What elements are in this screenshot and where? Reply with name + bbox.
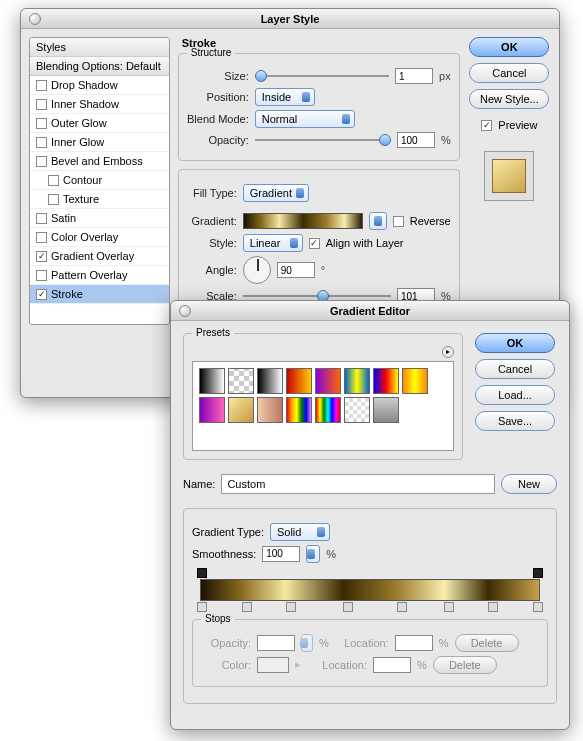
size-slider[interactable] xyxy=(255,69,389,83)
color-stop[interactable] xyxy=(533,602,543,612)
preset-swatch[interactable] xyxy=(228,368,254,394)
color-stop[interactable] xyxy=(488,602,498,612)
sidebar-item-inner-glow[interactable]: Inner Glow xyxy=(30,133,169,152)
filltype-label: Fill Type: xyxy=(187,187,237,199)
color-stop[interactable] xyxy=(286,602,296,612)
preset-swatch[interactable] xyxy=(257,397,283,423)
color-stop[interactable] xyxy=(343,602,353,612)
new-button[interactable]: New xyxy=(501,474,557,494)
filltype-select[interactable]: Gradient xyxy=(243,184,309,202)
opacity-input[interactable] xyxy=(397,132,435,148)
gradient-type-select[interactable]: Solid xyxy=(270,523,330,541)
presets-legend: Presets xyxy=(192,327,234,338)
styles-header[interactable]: Styles xyxy=(30,38,169,57)
preset-swatch[interactable] xyxy=(373,368,399,394)
structure-legend: Structure xyxy=(187,47,236,58)
preset-swatch[interactable] xyxy=(228,397,254,423)
sidebar-item-label: Texture xyxy=(63,193,99,205)
stop-color-swatch xyxy=(257,657,289,673)
sidebar-item-outer-glow[interactable]: Outer Glow xyxy=(30,114,169,133)
close-icon[interactable] xyxy=(29,13,41,25)
stop-opacity-label: Opacity: xyxy=(201,637,251,649)
preset-swatch[interactable] xyxy=(373,397,399,423)
delete-opacity-button: Delete xyxy=(455,634,519,652)
reverse-checkbox[interactable] xyxy=(393,216,404,227)
ok-button[interactable]: OK xyxy=(475,333,555,353)
cancel-button[interactable]: Cancel xyxy=(469,63,549,83)
sidebar-item-bevel-and-emboss[interactable]: Bevel and Emboss xyxy=(30,152,169,171)
sidebar-item-drop-shadow[interactable]: Drop Shadow xyxy=(30,76,169,95)
color-stop[interactable] xyxy=(444,602,454,612)
checkbox[interactable] xyxy=(36,289,47,300)
opacity-slider[interactable] xyxy=(255,133,391,147)
preset-swatch[interactable] xyxy=(315,368,341,394)
size-input[interactable] xyxy=(395,68,433,84)
checkbox[interactable] xyxy=(36,232,47,243)
gradient-settings-group: Gradient Type: Solid Smoothness: % xyxy=(183,508,557,704)
checkbox[interactable] xyxy=(48,175,59,186)
blendmode-select[interactable]: Normal xyxy=(255,110,355,128)
name-input[interactable] xyxy=(221,474,495,494)
blendmode-label: Blend Mode: xyxy=(187,113,249,125)
sidebar-item-stroke[interactable]: Stroke xyxy=(30,285,169,304)
checkbox[interactable] xyxy=(36,99,47,110)
preset-swatch[interactable] xyxy=(257,368,283,394)
checkbox[interactable] xyxy=(36,156,47,167)
angle-input[interactable] xyxy=(277,262,315,278)
angle-dial[interactable] xyxy=(243,256,271,284)
presets-flyout-icon[interactable]: ▸ xyxy=(442,346,454,358)
new-style-button[interactable]: New Style... xyxy=(469,89,549,109)
preset-swatch[interactable] xyxy=(199,368,225,394)
preset-swatch[interactable] xyxy=(344,397,370,423)
ok-button[interactable]: OK xyxy=(469,37,549,57)
preset-swatch[interactable] xyxy=(286,397,312,423)
color-stop[interactable] xyxy=(397,602,407,612)
gradient-swatch[interactable] xyxy=(243,213,363,229)
gradient-dropdown-icon[interactable] xyxy=(369,212,387,230)
gradient-bar[interactable] xyxy=(200,579,540,601)
smoothness-dropdown-icon[interactable] xyxy=(306,545,320,563)
sidebar-item-inner-shadow[interactable]: Inner Shadow xyxy=(30,95,169,114)
button-column: OK Cancel New Style... Preview xyxy=(468,37,551,325)
sidebar-item-gradient-overlay[interactable]: Gradient Overlay xyxy=(30,247,169,266)
preset-swatch[interactable] xyxy=(199,397,225,423)
preset-swatch[interactable] xyxy=(286,368,312,394)
sidebar-item-label: Bevel and Emboss xyxy=(51,155,143,167)
preset-swatch[interactable] xyxy=(315,397,341,423)
checkbox[interactable] xyxy=(36,118,47,129)
opacity-label: Opacity: xyxy=(187,134,249,146)
style-select[interactable]: Linear xyxy=(243,234,303,252)
checkbox[interactable] xyxy=(36,251,47,262)
checkbox[interactable] xyxy=(36,270,47,281)
sidebar-item-color-overlay[interactable]: Color Overlay xyxy=(30,228,169,247)
smoothness-input[interactable] xyxy=(262,546,300,562)
checkbox[interactable] xyxy=(36,213,47,224)
load-button[interactable]: Load... xyxy=(475,385,555,405)
preview-checkbox[interactable] xyxy=(481,120,492,131)
blending-options[interactable]: Blending Options: Default xyxy=(30,57,169,76)
close-icon[interactable] xyxy=(179,305,191,317)
align-checkbox[interactable] xyxy=(309,238,320,249)
position-select[interactable]: Inside xyxy=(255,88,315,106)
size-unit: px xyxy=(439,70,451,82)
stop-opacity-loc-unit: % xyxy=(439,637,449,649)
checkbox[interactable] xyxy=(48,194,59,205)
sidebar-item-contour[interactable]: Contour xyxy=(30,171,169,190)
stop-color-loc-input xyxy=(373,657,411,673)
sidebar-item-satin[interactable]: Satin xyxy=(30,209,169,228)
checkbox[interactable] xyxy=(36,80,47,91)
sidebar-item-pattern-overlay[interactable]: Pattern Overlay xyxy=(30,266,169,285)
opacity-stop[interactable] xyxy=(197,568,207,578)
sidebar-item-texture[interactable]: Texture xyxy=(30,190,169,209)
titlebar[interactable]: Layer Style xyxy=(21,9,559,29)
save-button[interactable]: Save... xyxy=(475,411,555,431)
color-stop[interactable] xyxy=(242,602,252,612)
cancel-button[interactable]: Cancel xyxy=(475,359,555,379)
color-stop[interactable] xyxy=(197,602,207,612)
titlebar[interactable]: Gradient Editor xyxy=(171,301,569,321)
delete-color-button: Delete xyxy=(433,656,497,674)
preset-swatch[interactable] xyxy=(344,368,370,394)
preset-swatch[interactable] xyxy=(402,368,428,394)
checkbox[interactable] xyxy=(36,137,47,148)
opacity-stop[interactable] xyxy=(533,568,543,578)
